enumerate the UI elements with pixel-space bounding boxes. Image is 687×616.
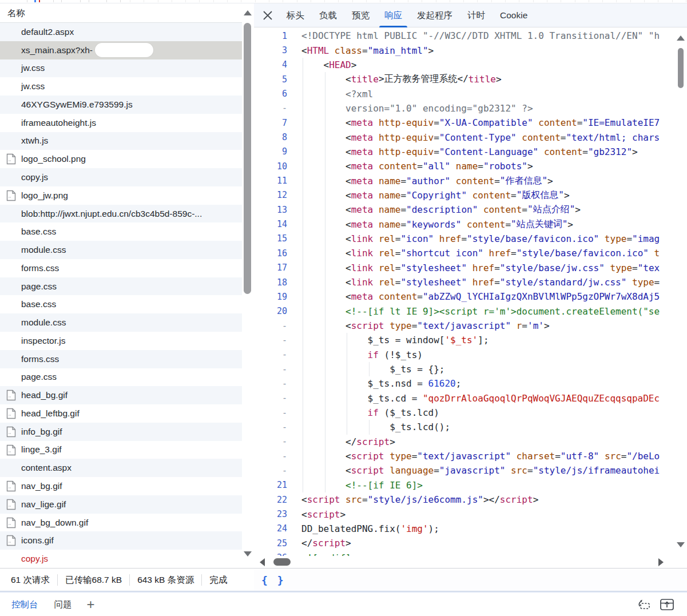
rotate-dashed-frame-icon[interactable]: [637, 598, 652, 611]
request-row[interactable]: inspector.js: [0, 332, 242, 350]
request-row[interactable]: logo_jw.png: [0, 186, 242, 205]
scroll-up-arrow[interactable]: [244, 10, 252, 15]
timeline-gridline: [106, 0, 107, 2]
code-line: 15 <link rel="icon" href="style/base/fav…: [254, 232, 687, 246]
timeline-gridline: [53, 0, 54, 2]
request-row[interactable]: jw.css: [0, 77, 242, 96]
status-item: 完成: [202, 574, 235, 586]
file-icon: [6, 517, 16, 528]
file-icon: [6, 426, 16, 438]
code-line: - $_ts = {};: [254, 362, 687, 376]
request-row[interactable]: 46XYGSywEMi9.e793599.js: [0, 96, 242, 114]
request-row[interactable]: head_leftbg.gif: [0, 404, 242, 423]
code-line: 24DD_belatedPNG.fix('img');: [254, 522, 687, 536]
request-list-header[interactable]: 名称: [0, 3, 242, 23]
request-row[interactable]: default2.aspx: [0, 23, 242, 41]
request-row[interactable]: module.css: [0, 241, 242, 259]
indent-guide: [347, 348, 347, 362]
indent-guide: [303, 116, 303, 130]
tab-发起程序[interactable]: 发起程序: [410, 3, 460, 27]
drawer-tab-问题[interactable]: 问题: [46, 593, 80, 616]
scrollbar-thumb[interactable]: [244, 23, 251, 294]
tab-计时[interactable]: 计时: [460, 3, 493, 27]
request-row[interactable]: logo_school.png: [0, 150, 242, 168]
request-name: linge_3.gif: [21, 444, 62, 455]
indent-guide: [325, 188, 325, 202]
indent-guide: [325, 232, 325, 246]
scroll-up-arrow[interactable]: [677, 35, 685, 41]
request-row[interactable]: blob:http://jwxt.njupt.edu.cn/cb3c4b5d-8…: [0, 205, 242, 223]
code-vertical-scrollbar[interactable]: [676, 27, 686, 556]
tab-负载[interactable]: 负载: [312, 3, 344, 27]
indent-guide: [325, 362, 325, 376]
request-name: nav_lige.gif: [21, 499, 66, 510]
line-number: 17: [254, 263, 287, 273]
tab-预览[interactable]: 预览: [344, 3, 377, 27]
tab-Cookie[interactable]: Cookie: [493, 3, 535, 27]
request-name: default2.aspx: [21, 27, 74, 37]
code-line: 22<script src="style/js/ie6comm.js"></sc…: [254, 492, 687, 507]
request-row[interactable]: iframeautoheight.js: [0, 114, 242, 132]
request-list-scrollbar[interactable]: [242, 3, 254, 568]
request-name: icons.gif: [21, 535, 54, 546]
request-row[interactable]: module.css: [0, 313, 242, 332]
request-row[interactable]: jw.css: [0, 59, 242, 78]
request-row[interactable]: xs_main.aspx?xh-: [0, 41, 242, 59]
tab-响应[interactable]: 响应: [377, 3, 410, 27]
request-row[interactable]: forms.css: [0, 259, 242, 277]
request-row[interactable]: xtwh.js: [0, 132, 242, 150]
indent-guide: [325, 449, 325, 463]
request-row[interactable]: head_bg.gif: [0, 386, 242, 404]
request-name: xtwh.js: [21, 136, 48, 146]
code-line: 11 <meta name="author" content="作者信息">: [254, 173, 687, 188]
format-pretty-print-button[interactable]: { }: [261, 574, 285, 586]
request-row[interactable]: icons.gif: [0, 531, 242, 550]
scrollbar-thumb[interactable]: [273, 558, 291, 566]
tab-标头[interactable]: 标头: [279, 3, 312, 27]
request-row[interactable]: forms.css: [0, 350, 242, 368]
indent-guide: [303, 333, 303, 347]
scroll-down-arrow[interactable]: [244, 551, 252, 557]
line-number: 7: [254, 118, 287, 128]
request-row[interactable]: page.css: [0, 277, 242, 296]
request-name: xs_main.aspx?xh-: [21, 45, 93, 55]
request-list: default2.aspxxs_main.aspx?xh-jw.cssjw.cs…: [0, 23, 242, 568]
request-row[interactable]: copy.js: [0, 168, 242, 186]
drawer-tabs: 控制台问题: [0, 593, 80, 616]
line-number: 23: [254, 509, 287, 519]
expand-panel-icon[interactable]: [660, 598, 674, 611]
indent-guide: [303, 58, 303, 72]
timeline-gridline: [80, 0, 81, 2]
close-icon[interactable]: [256, 3, 279, 27]
request-row[interactable]: nav_bg_down.gif: [0, 514, 242, 532]
scroll-right-arrow[interactable]: [658, 558, 664, 566]
scrollbar-thumb[interactable]: [678, 48, 684, 88]
indent-guide: [325, 86, 325, 101]
request-name: inspector.js: [21, 336, 66, 346]
drawer-tab-控制台[interactable]: 控制台: [0, 593, 46, 616]
timeline-gridline: [27, 0, 27, 2]
request-row[interactable]: base.css: [0, 222, 242, 241]
scroll-down-arrow[interactable]: [677, 542, 685, 547]
request-row[interactable]: linge_3.gif: [0, 441, 242, 459]
code-horizontal-scrollbar[interactable]: [254, 556, 687, 568]
indent-guide: [303, 130, 303, 144]
request-row[interactable]: nav_bg.gif: [0, 477, 242, 495]
code-line: 23<script>: [254, 507, 687, 521]
timeline-gridline: [61, 0, 62, 2]
code-line: 5 <title>正方教务管理系统</title>: [254, 72, 687, 86]
file-icon: [6, 390, 16, 401]
request-row[interactable]: page.css: [0, 368, 242, 387]
indent-guide: [303, 261, 303, 275]
request-row[interactable]: info_bg.gif: [0, 423, 242, 441]
request-row[interactable]: copy.js: [0, 550, 242, 568]
request-row[interactable]: nav_lige.gif: [0, 495, 242, 514]
status-item: 643 kB 条资源: [130, 574, 201, 586]
line-number: 19: [254, 292, 287, 302]
scroll-left-arrow[interactable]: [260, 558, 265, 566]
indent-guide: [325, 145, 325, 159]
request-row[interactable]: content.aspx: [0, 459, 242, 477]
code-line: 19 <meta content="abZZwQ_lYCHIaIgzQXnBVl…: [254, 289, 687, 304]
add-drawer-tab-button[interactable]: +: [80, 594, 102, 615]
request-row[interactable]: base.css: [0, 295, 242, 313]
